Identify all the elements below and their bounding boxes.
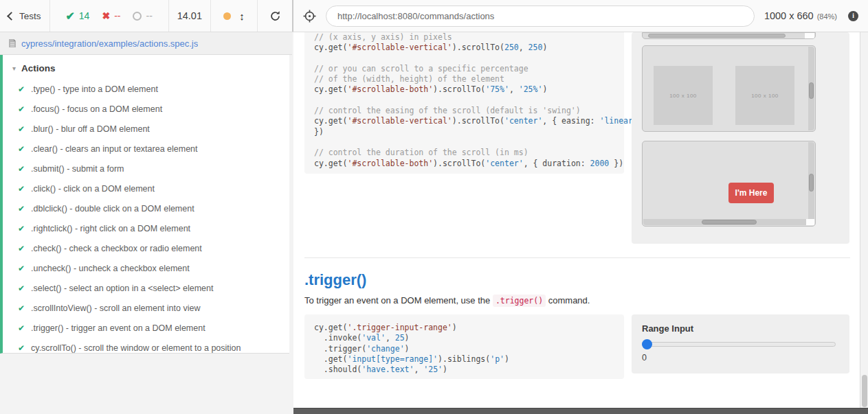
- test-item-uncheck[interactable]: ✔.uncheck() - uncheck a checkbox element: [3, 258, 289, 278]
- check-icon: ✔: [18, 204, 25, 214]
- check-icon: ✔: [18, 303, 25, 313]
- caret-down-icon: ▾: [12, 65, 16, 72]
- suite-header-actions[interactable]: ▾ Actions: [3, 55, 289, 79]
- file-icon: [8, 38, 16, 48]
- scrollable-horizontal-box[interactable]: 100 x 100 100 x 100: [642, 45, 816, 132]
- viewport-zoom: (84%): [817, 12, 837, 21]
- vertical-scrollbar-thumb[interactable]: [809, 82, 814, 99]
- im-here-button[interactable]: I'm Here: [728, 183, 774, 203]
- test-item-type[interactable]: ✔.type() - type into a DOM element: [3, 79, 289, 99]
- stat-passed[interactable]: ✔ 14: [65, 10, 89, 23]
- suite-label: Actions: [21, 63, 56, 73]
- check-icon: ✔: [18, 104, 25, 114]
- placeholder-image: 100 x 100: [654, 66, 713, 125]
- reporter-header: Tests ✔ 14 ✖ -- -- 14.01 ↕: [0, 0, 292, 32]
- rerun-tests-button[interactable]: [258, 0, 292, 32]
- auto-scroll-toggle[interactable]: ↕: [211, 0, 258, 32]
- aut-vertical-scrollbar-thumb[interactable]: [862, 375, 867, 407]
- range-value: 0: [642, 353, 839, 363]
- test-list: ▾ Actions ✔.type() - type into a DOM ele…: [0, 55, 289, 354]
- code-block-scrollto: // (x axis, y axis) in pixelscy.get('#sc…: [304, 32, 624, 174]
- trigger-section-heading: .trigger(): [304, 271, 366, 289]
- selector-playground-icon[interactable]: [303, 10, 316, 23]
- range-slider[interactable]: [642, 342, 836, 347]
- test-item-rightclick[interactable]: ✔.rightclick() - right click on a DOM el…: [3, 218, 289, 238]
- test-item-check[interactable]: ✔.check() - check a checkbox or radio el…: [3, 238, 289, 258]
- test-item-scrollto[interactable]: ✔cy.scrollTo() - scroll the window or el…: [3, 338, 289, 354]
- horizontal-scrollbar[interactable]: [643, 219, 807, 225]
- test-item-dblclick[interactable]: ✔.dblclick() - double click on a DOM ele…: [3, 198, 289, 218]
- test-item-submit[interactable]: ✔.submit() - submit a form: [3, 159, 289, 179]
- test-item-select[interactable]: ✔.select() - select an option in a <sele…: [3, 278, 289, 298]
- reporter-panel: cypress/integration/examples/actions.spe…: [0, 32, 292, 414]
- test-item-scrollintoview[interactable]: ✔.scrollIntoView() - scroll an element i…: [3, 298, 289, 318]
- url-field[interactable]: http://localhost:8080/commands/actions: [326, 5, 755, 27]
- check-icon: ✔: [18, 144, 25, 154]
- check-icon: ✔: [65, 10, 74, 23]
- test-item-trigger[interactable]: ✔.trigger() - trigger an event on a DOM …: [3, 318, 289, 338]
- aut-panel: // (x axis, y axis) in pixelscy.get('#sc…: [293, 32, 868, 408]
- scrollto-widgets-card: 100 x 100 100 x 100 I'm Here: [632, 32, 849, 244]
- back-to-tests-button[interactable]: Tests: [0, 0, 50, 32]
- range-input-label: Range Input: [642, 323, 839, 334]
- back-label: Tests: [19, 11, 41, 21]
- trigger-section-paragraph: To trigger an event on a DOM element, us…: [304, 295, 590, 306]
- horizontal-scrollbar-thumb[interactable]: [648, 34, 786, 38]
- x-icon: ✖: [102, 10, 110, 21]
- range-input-card: Range Input 0: [632, 314, 849, 373]
- cypress-runner-window: Tests ✔ 14 ✖ -- -- 14.01 ↕: [0, 0, 868, 414]
- spec-file-link[interactable]: cypress/integration/examples/actions.spe…: [21, 38, 198, 49]
- check-icon: ✔: [18, 343, 25, 353]
- check-icon: ✔: [18, 264, 25, 273]
- test-item-blur[interactable]: ✔.blur() - blur off a DOM element: [3, 119, 289, 139]
- check-icon: ✔: [18, 184, 25, 194]
- top-bar: Tests ✔ 14 ✖ -- -- 14.01 ↕: [0, 0, 868, 32]
- code-block-trigger: cy.get('.trigger-input-range') .invoke('…: [304, 314, 624, 379]
- scrollbar-corner: [806, 219, 814, 225]
- check-icon: ✔: [18, 164, 25, 174]
- check-icon: ✔: [18, 244, 25, 253]
- check-icon: ✔: [18, 284, 25, 293]
- aut-vertical-scrollbar[interactable]: [860, 32, 868, 408]
- check-icon: ✔: [18, 224, 25, 233]
- check-icon: ✔: [18, 124, 25, 134]
- horizontal-scrollbar-thumb[interactable]: [702, 220, 757, 225]
- info-icon[interactable]: i: [848, 11, 858, 21]
- run-duration: 14.01: [169, 0, 211, 32]
- aut-horizontal-scrollbar[interactable]: [293, 408, 868, 414]
- scrollable-vertical-box[interactable]: [642, 32, 816, 39]
- status-dot-icon: [223, 12, 231, 20]
- section-divider: [304, 257, 850, 258]
- placeholder-image: 100 x 100: [735, 66, 794, 125]
- test-items: ✔.type() - type into a DOM element ✔.foc…: [3, 79, 289, 354]
- stat-failed[interactable]: ✖ --: [102, 10, 120, 21]
- test-stats: ✔ 14 ✖ -- --: [50, 0, 169, 32]
- scrollbar-corner: [805, 33, 814, 38]
- viewport-size: 1000 x 660: [764, 10, 814, 21]
- check-icon: ✔: [18, 323, 25, 333]
- refresh-icon: [269, 10, 281, 22]
- chevron-left-icon: [7, 12, 16, 21]
- vertical-scrollbar-thumb[interactable]: [809, 174, 814, 192]
- aut-header: http://localhost:8080/commands/actions 1…: [292, 0, 868, 32]
- test-item-clear[interactable]: ✔.clear() - clears an input or textarea …: [3, 139, 289, 159]
- inline-code-trigger: .trigger(): [493, 295, 546, 307]
- stat-pending[interactable]: --: [133, 10, 152, 21]
- spec-file-row: cypress/integration/examples/actions.spe…: [0, 32, 292, 55]
- test-item-click[interactable]: ✔.click() - click on a DOM element: [3, 179, 289, 198]
- vertical-scrollbar[interactable]: [808, 47, 814, 130]
- scrollable-both-box[interactable]: I'm Here: [642, 141, 816, 227]
- check-icon: ✔: [18, 84, 25, 94]
- circle-icon: [133, 12, 142, 21]
- viewport-info: 1000 x 660 (84%): [764, 10, 838, 21]
- vertical-scrollbar[interactable]: [808, 142, 814, 225]
- test-item-focus[interactable]: ✔.focus() - focus on a DOM element: [3, 99, 289, 119]
- range-slider-thumb[interactable]: [642, 339, 652, 349]
- up-down-arrow-icon: ↕: [239, 10, 245, 22]
